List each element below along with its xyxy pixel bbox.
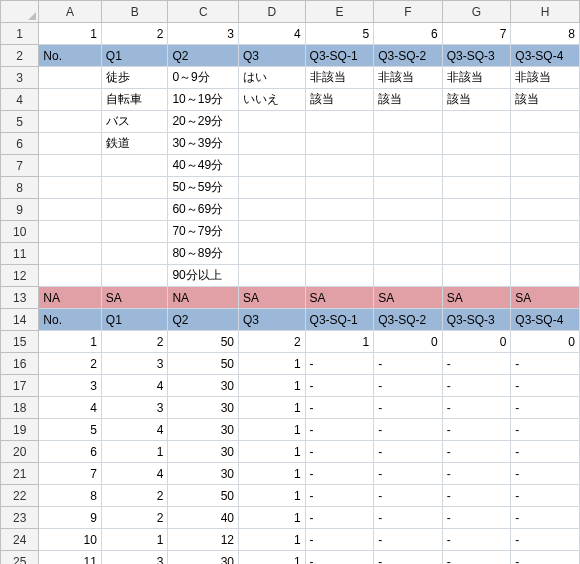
cell-E14[interactable]: Q3-SQ-1 bbox=[305, 309, 374, 331]
cell-G12[interactable] bbox=[442, 265, 511, 287]
cell-E1[interactable]: 5 bbox=[305, 23, 374, 45]
cell-E2[interactable]: Q3-SQ-1 bbox=[305, 45, 374, 67]
col-header-C[interactable]: C bbox=[168, 1, 239, 23]
cell-F20[interactable]: - bbox=[374, 441, 443, 463]
cell-H10[interactable] bbox=[511, 221, 580, 243]
cell-D1[interactable]: 4 bbox=[239, 23, 306, 45]
cell-C22[interactable]: 50 bbox=[168, 485, 239, 507]
cell-C17[interactable]: 30 bbox=[168, 375, 239, 397]
cell-F5[interactable] bbox=[374, 111, 443, 133]
cell-B8[interactable] bbox=[101, 177, 168, 199]
cell-C2[interactable]: Q2 bbox=[168, 45, 239, 67]
col-header-H[interactable]: H bbox=[511, 1, 580, 23]
cell-H19[interactable]: - bbox=[511, 419, 580, 441]
cell-B25[interactable]: 3 bbox=[101, 551, 168, 565]
cell-B11[interactable] bbox=[101, 243, 168, 265]
cell-C14[interactable]: Q2 bbox=[168, 309, 239, 331]
cell-E3[interactable]: 非該当 bbox=[305, 67, 374, 89]
row-header-4[interactable]: 4 bbox=[1, 89, 39, 111]
cell-G8[interactable] bbox=[442, 177, 511, 199]
cell-G3[interactable]: 非該当 bbox=[442, 67, 511, 89]
cell-D20[interactable]: 1 bbox=[239, 441, 306, 463]
cell-H18[interactable]: - bbox=[511, 397, 580, 419]
row-header-20[interactable]: 20 bbox=[1, 441, 39, 463]
cell-A19[interactable]: 5 bbox=[39, 419, 102, 441]
cell-H17[interactable]: - bbox=[511, 375, 580, 397]
cell-G17[interactable]: - bbox=[442, 375, 511, 397]
cell-H23[interactable]: - bbox=[511, 507, 580, 529]
row-header-9[interactable]: 9 bbox=[1, 199, 39, 221]
cell-B12[interactable] bbox=[101, 265, 168, 287]
cell-F24[interactable]: - bbox=[374, 529, 443, 551]
cell-E15[interactable]: 1 bbox=[305, 331, 374, 353]
cell-B7[interactable] bbox=[101, 155, 168, 177]
cell-A3[interactable] bbox=[39, 67, 102, 89]
cell-F25[interactable]: - bbox=[374, 551, 443, 565]
cell-H5[interactable] bbox=[511, 111, 580, 133]
cell-G14[interactable]: Q3-SQ-3 bbox=[442, 309, 511, 331]
cell-B18[interactable]: 3 bbox=[101, 397, 168, 419]
cell-E20[interactable]: - bbox=[305, 441, 374, 463]
cell-B16[interactable]: 3 bbox=[101, 353, 168, 375]
cell-C4[interactable]: 10～19分 bbox=[168, 89, 239, 111]
cell-C5[interactable]: 20～29分 bbox=[168, 111, 239, 133]
cell-A22[interactable]: 8 bbox=[39, 485, 102, 507]
cell-F1[interactable]: 6 bbox=[374, 23, 443, 45]
cell-D15[interactable]: 2 bbox=[239, 331, 306, 353]
cell-F15[interactable]: 0 bbox=[374, 331, 443, 353]
cell-D18[interactable]: 1 bbox=[239, 397, 306, 419]
cell-H11[interactable] bbox=[511, 243, 580, 265]
cell-B5[interactable]: バス bbox=[101, 111, 168, 133]
cell-E12[interactable] bbox=[305, 265, 374, 287]
spreadsheet-grid[interactable]: ABCDEFGH1123456782No.Q1Q2Q3Q3-SQ-1Q3-SQ-… bbox=[0, 0, 580, 564]
cell-G10[interactable] bbox=[442, 221, 511, 243]
cell-A10[interactable] bbox=[39, 221, 102, 243]
cell-A8[interactable] bbox=[39, 177, 102, 199]
cell-B10[interactable] bbox=[101, 221, 168, 243]
cell-C18[interactable]: 30 bbox=[168, 397, 239, 419]
cell-B23[interactable]: 2 bbox=[101, 507, 168, 529]
cell-H3[interactable]: 非該当 bbox=[511, 67, 580, 89]
cell-F6[interactable] bbox=[374, 133, 443, 155]
cell-G18[interactable]: - bbox=[442, 397, 511, 419]
cell-G5[interactable] bbox=[442, 111, 511, 133]
cell-D14[interactable]: Q3 bbox=[239, 309, 306, 331]
cell-D10[interactable] bbox=[239, 221, 306, 243]
cell-A25[interactable]: 11 bbox=[39, 551, 102, 565]
row-header-24[interactable]: 24 bbox=[1, 529, 39, 551]
col-header-F[interactable]: F bbox=[374, 1, 443, 23]
cell-A12[interactable] bbox=[39, 265, 102, 287]
cell-C1[interactable]: 3 bbox=[168, 23, 239, 45]
cell-A6[interactable] bbox=[39, 133, 102, 155]
cell-E11[interactable] bbox=[305, 243, 374, 265]
row-header-17[interactable]: 17 bbox=[1, 375, 39, 397]
cell-F14[interactable]: Q3-SQ-2 bbox=[374, 309, 443, 331]
select-all-corner[interactable] bbox=[1, 1, 39, 23]
cell-D22[interactable]: 1 bbox=[239, 485, 306, 507]
cell-C12[interactable]: 90分以上 bbox=[168, 265, 239, 287]
cell-F9[interactable] bbox=[374, 199, 443, 221]
cell-B6[interactable]: 鉄道 bbox=[101, 133, 168, 155]
cell-H20[interactable]: - bbox=[511, 441, 580, 463]
cell-F18[interactable]: - bbox=[374, 397, 443, 419]
cell-G19[interactable]: - bbox=[442, 419, 511, 441]
cell-D24[interactable]: 1 bbox=[239, 529, 306, 551]
cell-E7[interactable] bbox=[305, 155, 374, 177]
cell-B21[interactable]: 4 bbox=[101, 463, 168, 485]
cell-H6[interactable] bbox=[511, 133, 580, 155]
row-header-21[interactable]: 21 bbox=[1, 463, 39, 485]
cell-B1[interactable]: 2 bbox=[101, 23, 168, 45]
col-header-A[interactable]: A bbox=[39, 1, 102, 23]
row-header-8[interactable]: 8 bbox=[1, 177, 39, 199]
row-header-1[interactable]: 1 bbox=[1, 23, 39, 45]
cell-C11[interactable]: 80～89分 bbox=[168, 243, 239, 265]
row-header-22[interactable]: 22 bbox=[1, 485, 39, 507]
cell-C25[interactable]: 30 bbox=[168, 551, 239, 565]
cell-A1[interactable]: 1 bbox=[39, 23, 102, 45]
cell-F22[interactable]: - bbox=[374, 485, 443, 507]
row-header-23[interactable]: 23 bbox=[1, 507, 39, 529]
col-header-E[interactable]: E bbox=[305, 1, 374, 23]
cell-E13[interactable]: SA bbox=[305, 287, 374, 309]
row-header-3[interactable]: 3 bbox=[1, 67, 39, 89]
cell-F11[interactable] bbox=[374, 243, 443, 265]
